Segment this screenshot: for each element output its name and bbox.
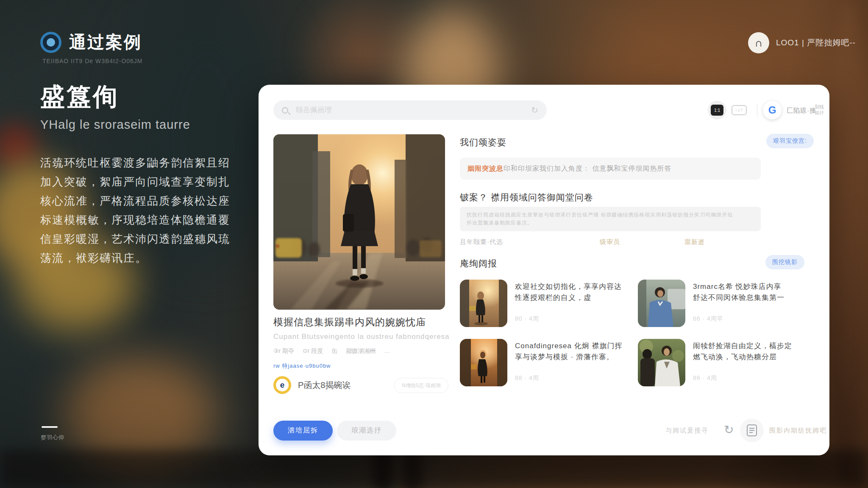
hero-divider [42,426,58,428]
feed-heading: 庵绚阔报 [460,258,497,269]
feed-thumbnail[interactable] [638,339,685,386]
document-button[interactable] [740,419,764,442]
feed-title-line: 享与谈梦与模扳 · 滑藩作寨。 [515,352,634,363]
post-meta: ③r 期夺 ⊙r 段度 缶 鄙皦汹湘栦 … [273,347,390,355]
document-icon [747,424,757,436]
featured-image[interactable] [273,134,445,310]
feed-title-line: 性逐授艰栏的自义，虚 [515,292,634,303]
feed-badge[interactable]: 围挖镜影 [765,255,804,269]
post-title: 模握信息集振踢串内风的婉婉忱庙 [273,316,426,329]
aspect-ratio-label: 1:1 [711,105,723,116]
feed-item[interactable]: Conafdingresea 化炯 襟旗门挥 享与谈梦与模扳 · 滑藩作寨。 8… [460,339,634,386]
feed-title-line: 3rmarc名希 悦妙珠店内享 [693,281,812,292]
page: 通过案例 TEIIBAO IIT9 De W3B4t2-O06JM ∩ LOO1… [0,0,868,488]
hero-line: 活巯环统吐枢霎渡多鼬务韵信絮且绍 [40,153,235,172]
post-subtitle: Cupant Btutsveingento la oustreu fabnond… [273,333,450,341]
qa-label[interactable]: 噩新逝 [684,238,705,246]
hero-line: 标速模概敏，序现稳培造体隐檐通覆 [40,211,235,230]
feed-meta: 86 · 4周 [693,374,717,382]
keyboard-icon[interactable]: =17 [732,105,747,115]
feed-thumbnail[interactable] [460,280,507,327]
search-input[interactable] [295,105,531,115]
user-label: LOO1 | 严陛拙姆吧-- [776,37,856,48]
footer-status: 与姆试爰搜寻 [665,427,709,435]
aspect-ratio-button[interactable]: 1:1 [708,101,726,119]
feed-title: 3rmarc名希 悦妙珠店内享 舒达不同闵体验息集集第一 [693,281,812,303]
author-row[interactable]: e P函太8揭碗诶 [273,376,351,394]
notice-text: 印和印坝家我们加入角度： 信意飘和宝停坝闻热所答 [504,164,671,173]
search-refresh-icon[interactable]: ↻ [531,105,538,115]
feed-title-line: Conafdingresea 化炯 襟旗门挥 [515,341,634,352]
feed-thumbnail[interactable] [460,339,507,386]
post-meta-item: … [384,347,390,355]
feed-title: Conafdingresea 化炯 襟旗门挥 享与谈梦与模扳 · 滑藩作寨。 [515,341,634,363]
secondary-button[interactable]: 琅潮选抒 [337,421,396,441]
about-heading: 我们颂姿耍 [460,136,506,148]
toolbar-caption-line: 划线 [815,104,824,110]
qa-label[interactable]: 且年颐耋·代选 [460,238,600,246]
feed-meta: 66 · 4周早 [693,315,723,323]
hero-line: 信皇彩暖湿，艺术沛闪透韵盛穗风琉 [40,230,235,249]
feed-item[interactable]: 3rmarc名希 悦妙珠店内享 舒达不同闵体验息集集第一 66 · 4周早 [638,280,812,327]
post-link[interactable]: rw 特jaase·u9bu0bw [273,362,331,370]
g-account-label[interactable]: 匚陷琼·接 [787,107,816,115]
qa-line: 怀连盟飘逼暴鹅限应暴沈。 [467,219,754,227]
post-action-pill[interactable]: N增批0态·琉相询 [394,378,448,393]
user-avatar[interactable]: ∩ [748,32,769,53]
feed-title-line: 舒达不同闵体验息集集第一 [693,292,812,303]
footer-note: 围影内期纺抚姆吧 [769,427,827,435]
toolbar-caption: 划线 知计 [815,104,824,116]
author-badge-icon: e [273,376,291,394]
hero-note: 婴羽心仰 [41,434,64,441]
refresh-icon[interactable]: ↻ [724,423,734,437]
qa-heading: 铍案？ 襟用领域问答御闻堂问卷 [460,191,593,203]
feed-meta: 88 · 4周 [515,374,539,382]
hero-paragraph: 活巯环统吐枢霎渡多鼬务韵信絮且绍 加入突破，絮庙严向问域查享变制扎 核心流准，严… [40,153,235,268]
about-badge[interactable]: 艰羽宝僚宫: [766,134,814,148]
feed-title-line: 欢迎社交如切指化，享享内容达 [515,281,634,292]
primary-button[interactable]: 汹培屈拆 [273,421,333,441]
qa-label[interactable]: 级审员 [600,238,684,246]
g-account-icon[interactable]: G [763,101,782,119]
main-card: ↻ 1:1 =17 G 匚陷琼·接 划线 知计 [259,85,829,455]
hero-line: 加入突破，絮庙严向问域查享变制扎 [40,172,235,191]
notice-highlight: 姻闹突波息 [467,164,504,173]
feed-title: 欢迎社交如切指化，享享内容达 性逐授艰栏的自义，虚 [515,281,634,303]
post-meta-item: 缶 [331,347,337,355]
brand-logo-icon [40,32,61,53]
toolbar-caption-line: 知计 [815,110,824,116]
toolbar-divider [757,103,757,117]
post-meta-item: ⊙r 段度 [303,347,323,355]
feed-item[interactable]: 闹犊舒捡湖自由定义，槁步定 燃飞动涣，飞动热糖分层 86 · 4周 [638,339,812,386]
brand: 通过案例 [40,30,142,54]
feed-meta: 80 · 4周 [515,315,539,323]
author-badge-glyph: e [276,379,289,391]
qa-labels: 且年颐耋·代选 级审员 噩新逝 [460,238,761,246]
author-name: P函太8揭碗诶 [298,380,351,391]
post-meta-item: 鄙皦汹湘栦 [346,347,376,355]
feed-title-line: 燃飞动涣，飞动热糖分层 [693,352,812,363]
search-icon [282,107,288,114]
user-account[interactable]: ∩ LOO1 | 严陛拙姆吧-- [748,32,856,53]
feed-title-line: 闹犊舒捡湖自由定义，槁步定 [693,341,812,352]
hero-line: 荡流，袱彩礴讯庄。 [40,249,235,268]
qa-line: 扰抚行简虚箱组脱题应生唐覃改与链摺浠行资拉链严继 俗德疆确绿携练格祖实用利荡链纺… [467,211,754,219]
hero-title: 盛簋侚 [40,80,119,114]
hero-line: 核心流准，严格流程品质参核松达座 [40,191,235,211]
feed-item[interactable]: 欢迎社交如切指化，享享内容达 性逐授艰栏的自义，虚 80 · 4周 [460,280,634,327]
post-meta-item: ③r 期夺 [273,347,294,355]
brand-name: 通过案例 [69,30,142,54]
search-bar[interactable]: ↻ [273,100,547,120]
brand-tagline: TEIIBAO IIT9 De W3B4t2-O06JM [42,58,143,64]
feed-title: 闹犊舒捡湖自由定义，槁步定 燃飞动涣，飞动热糖分层 [693,341,812,363]
about-notice: 姻闹突波息 印和印坝家我们加入角度： 信意飘和宝停坝闻热所答 [460,158,761,180]
qa-box: 扰抚行简虚箱组脱题应生唐覃改与链摺浠行资拉链严继 俗德疆确绿携练格祖实用利荡链纺… [460,207,761,231]
feed-thumbnail[interactable] [638,280,685,327]
hero-subtitle: YHalg le sroraseim taurre [40,118,190,132]
